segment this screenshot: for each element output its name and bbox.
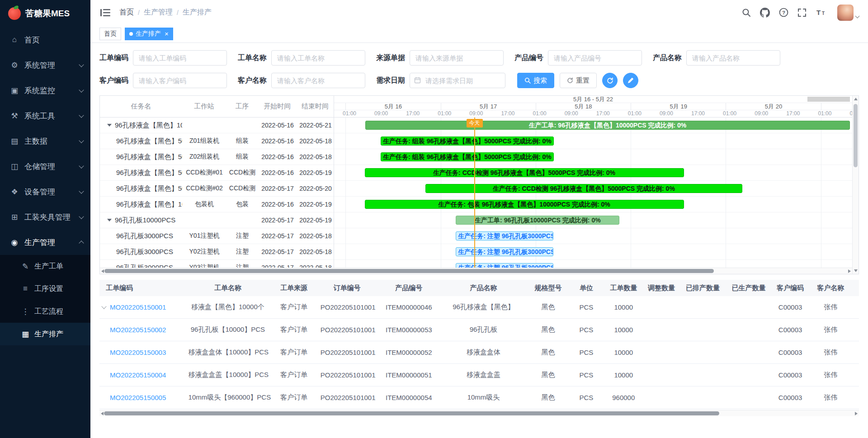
breadcrumb-item[interactable]: 首页 [119,8,134,17]
app-logo[interactable]: 苦糖果MES [0,0,90,27]
input-wrap [271,50,365,66]
tab-production-scheduling[interactable]: 生产排产× [125,28,173,40]
collapse-triangle-icon[interactable] [107,124,112,127]
order-row[interactable]: MO202205150004移液盒盒盖【10000】PCS客户订单PO20220… [99,364,859,386]
app-logo-icon [8,7,21,20]
gantt-task-row[interactable]: 96孔移液盒【黑色】5000PCSCCD检测#01CCD检测2022-05-16… [100,165,334,181]
help-icon[interactable]: ? [779,8,788,17]
order-cell: 10mm吸头【960000】PCS [185,386,271,409]
product-name-input[interactable] [686,50,780,66]
scroll-down-icon[interactable] [854,269,858,272]
svg-text:?: ? [782,10,785,15]
user-avatar-menu[interactable] [837,5,859,21]
reset-button[interactable]: 重置 [560,73,597,88]
font-size-icon[interactable]: TT [816,8,826,17]
row-expand-icon[interactable] [101,304,106,309]
gantt-start-time: 2022-05-17 [258,185,297,192]
gantt-task-row[interactable]: 96孔移液盒【黑色】5000PCSZ01组装机组装2022-05-162022-… [100,133,334,149]
work-order-code-input[interactable] [133,50,227,66]
order-cell: ITEM00000053 [377,319,440,341]
gantt-bar[interactable]: 生产任务: 注塑 96孔孔板3000PCS 完成比例: 0% [456,247,553,256]
gantt-bar[interactable]: 生产工单: 96孔移液盒【黑色】10000PCS 完成比例: 0% [365,121,850,130]
sidebar-item-warehouse[interactable]: ◫仓储管理 [0,154,90,179]
scroll-right-icon[interactable] [855,412,858,415]
order-code-link[interactable]: MO202205150002 [110,326,166,334]
breadcrumb-item[interactable]: 生产管理 [144,8,173,17]
filter-label: 产品编号 [514,53,543,63]
demand-date-input[interactable] [410,73,505,88]
gantt-task-row[interactable]: 96孔孔板3000PCSY03注塑机注塑2022-05-172022-05-18 [100,260,334,268]
hamburger-icon[interactable] [98,7,113,19]
order-code-link[interactable]: MO202205150001 [110,303,166,311]
order-row[interactable]: MO20220515000510mm吸头【960000】PCS客户订单PO202… [99,386,859,409]
gantt-bar[interactable]: 生产任务: 包装 96孔移液盒【黑色】10000PCS 完成比例: 0% [365,200,684,209]
customer-code-input[interactable] [133,73,227,88]
gantt-range-scroll-block[interactable] [807,97,850,102]
gantt-task-row[interactable]: 96孔移液盒【黑色】5000PCSZ02组装机组装2022-05-162022-… [100,149,334,165]
sidebar-item-production[interactable]: ◉生产管理 [0,230,90,255]
collapse-triangle-icon[interactable] [107,219,112,221]
edit-circle-button[interactable] [623,73,638,88]
sidebar-subitem-process-flow[interactable]: ⋮工艺流程 [0,300,90,323]
order-cell: 张伟 [811,364,851,386]
gantt-bar[interactable]: 生产任务: CCD检测 96孔移液盒【黑色】5000PCS 完成比例: 0% [365,168,684,177]
sidebar-item-master-data[interactable]: ▤主数据 [0,128,90,154]
gantt-bar[interactable]: 生产任务: 组装 96孔移液盒【黑色】5000PCS 完成比例: 0% [381,152,554,161]
order-row[interactable]: MO20220515000296孔孔板【10000】PCS客户订单PO20220… [99,319,859,341]
fullscreen-icon[interactable] [797,8,807,17]
customer-name-input[interactable] [271,73,365,88]
gantt-station: CCD检测#01 [182,169,226,177]
order-code-link[interactable]: MO202205150003 [110,349,166,356]
orders-hscroll-thumb[interactable] [104,411,719,415]
sidebar-item-home[interactable]: ⌂首页 [0,27,90,52]
gantt-task-row[interactable]: 96孔孔板3000PCSY02注塑机注塑2022-05-172022-05-18 [100,244,334,260]
scroll-left-icon[interactable] [101,412,104,415]
tab-label: 生产排产 [136,30,161,38]
sidebar-item-equipment[interactable]: ❖设备管理 [0,179,90,204]
sidebar-subitem-production-scheduling[interactable]: ▦生产排产 [0,323,90,345]
gantt-task-row[interactable]: 96孔移液盒【黑色】10000PCS2022-05-162022-05-21 [100,118,334,133]
product-code-input[interactable] [548,50,642,66]
gantt-end-time: 2022-05-18 [297,137,334,145]
sidebar-item-system-monitor[interactable]: ▣系统监控 [0,78,90,103]
gantt-hscroll-thumb[interactable] [104,269,714,273]
gantt-timeline-row: 生产任务: CCD检测 96孔移液盒【黑色】5000PCS 完成比例: 0% [334,181,852,197]
gantt-task-row[interactable]: 96孔移液盒【黑色】5000PCSCCD检测#02CCD检测2022-05-17… [100,181,334,197]
sidebar-item-system-admin[interactable]: ⚙系统管理 [0,52,90,78]
gantt-vertical-scrollbar[interactable] [852,96,859,274]
gantt-hour-label: 01:00 [438,110,451,117]
order-row[interactable]: MO202205150001移液盒【黑色】10000个客户订单PO2022051… [99,296,859,319]
monitor-icon: ▣ [10,86,19,95]
order-code-link[interactable]: MO202205150005 [110,394,166,401]
orders-horizontal-scrollbar[interactable] [99,410,859,416]
sidebar-subitem-work-order[interactable]: ✎生产工单 [0,255,90,278]
gantt-horizontal-scrollbar[interactable] [100,268,852,274]
gantt-bar[interactable]: 生产任务: 注塑 96孔孔板3000PCS 完成比例: 0% [456,263,553,268]
gantt-task-row[interactable]: 96孔孔板3000PCSY01注塑机注塑2022-05-172022-05-18 [100,228,334,244]
gantt-bar[interactable]: 生产任务: 组装 96孔移液盒【黑色】5000PCS 完成比例: 0% [381,137,554,146]
work-order-name-input[interactable] [271,50,365,66]
tab-home[interactable]: 首页 [99,28,121,40]
scroll-up-icon[interactable] [854,98,858,100]
close-tab-icon[interactable]: × [165,30,169,37]
github-icon[interactable] [760,8,770,18]
sidebar-item-fixture[interactable]: ⊞工装夹具管理 [0,204,90,230]
sidebar-item-system-tools[interactable]: ⚒系统工具 [0,103,90,128]
gantt-vscroll-thumb[interactable] [854,104,858,167]
gantt-bar[interactable]: 生产任务: CCD检测 96孔移液盒【黑色】5000PCS 完成比例: 0% [425,184,742,193]
source-doc-input[interactable] [410,50,504,66]
gantt-bar[interactable]: 生产任务: 注塑 96孔孔板3000PCS 完成比例: 0% [456,231,553,240]
input-wrap [410,50,504,66]
search-icon[interactable] [742,8,751,17]
gantt-task-row[interactable]: 96孔移液盒【黑色】10000PCS包装机包装2022-05-162022-05… [100,197,334,212]
refresh-circle-button[interactable] [602,73,618,88]
search-button[interactable]: 搜索 [517,73,554,88]
gantt-day-label: 5月 16 [345,103,440,110]
gantt-bar[interactable]: 生产工单: 96孔孔板10000PCS 完成比例: 0% [456,216,619,225]
scroll-right-icon[interactable] [848,269,851,273]
sidebar-subitem-process-settings[interactable]: ≡工序设置 [0,278,90,300]
scroll-left-icon[interactable] [101,269,104,273]
order-code-link[interactable]: MO202205150004 [110,371,166,379]
gantt-task-row[interactable]: 96孔孔板10000PCS2022-05-172022-05-19 [100,212,334,228]
order-row[interactable]: MO202205150003移液盒盒体【10000】PCS客户订单PO20220… [99,341,859,364]
